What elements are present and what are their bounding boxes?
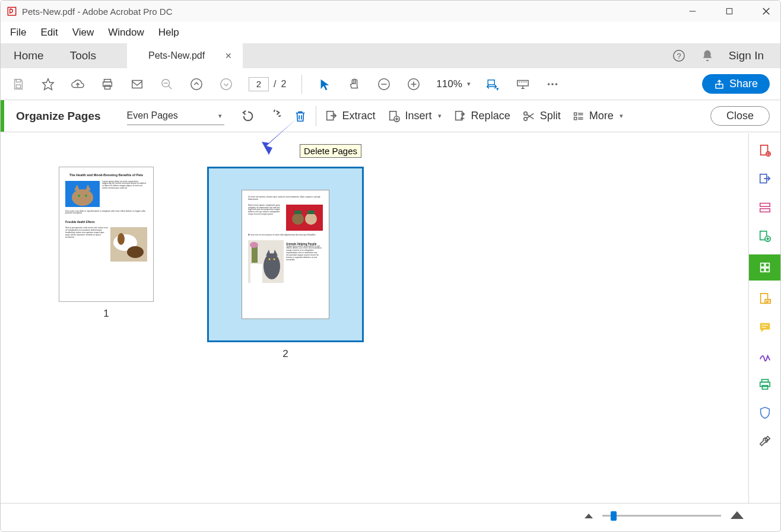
minimize-button[interactable] [684,3,701,20]
app-icon [7,6,17,17]
page-2-label: 2 [282,348,288,360]
svg-point-70 [269,258,271,260]
zoom-out-icon[interactable] [377,77,391,91]
hand-icon[interactable] [347,77,361,91]
zoom-slider[interactable] [602,515,721,517]
svg-rect-84 [765,263,769,267]
menu-window[interactable]: Window [108,27,144,39]
svg-rect-58 [286,205,323,231]
mail-icon[interactable] [130,77,144,91]
tools-wrench-icon[interactable] [755,431,775,451]
save-icon[interactable] [11,77,26,91]
replace-button[interactable]: Replace [453,110,510,123]
svg-marker-9 [43,78,53,89]
svg-point-53 [85,195,87,197]
sign-in-button[interactable]: Sign In [729,49,764,62]
help-icon[interactable]: ? [672,49,686,63]
menu-file[interactable]: File [10,27,26,39]
extract-label: Extract [342,110,376,122]
shield-icon[interactable] [755,403,775,423]
tab-home[interactable]: Home [1,43,57,68]
svg-rect-78 [760,209,770,212]
zoom-slider-handle[interactable] [611,511,617,521]
bell-icon[interactable] [700,49,715,63]
right-tool-rail [748,133,780,503]
zoom-dropdown[interactable]: 110% ▾ [436,78,470,90]
svg-point-59 [292,213,304,225]
svg-point-66 [250,242,258,248]
svg-point-31 [551,83,554,85]
split-button[interactable]: Split [522,110,561,123]
svg-rect-77 [760,203,770,207]
close-tab-icon[interactable]: ✕ [225,51,232,60]
tab-tools[interactable]: Tools [57,43,109,68]
tab-document[interactable]: Pets-New.pdf ✕ [127,43,243,68]
comment-bubble-icon[interactable] [755,317,775,337]
svg-point-32 [555,83,557,85]
svg-point-41 [523,117,527,120]
menu-edit[interactable]: Edit [40,27,58,39]
dog-image-icon [110,227,147,262]
organize-toolbar: Organize Pages Even Pages ▾ Extract Inse… [1,100,780,132]
gray-cat-image-icon [248,240,284,283]
edit-pdf-icon[interactable] [755,197,775,218]
page-up-icon[interactable] [189,77,204,91]
arrow-cursor-icon[interactable] [318,77,332,91]
organize-title: Organize Pages [16,110,101,123]
page-filter-dropdown[interactable]: Even Pages ▾ [127,107,224,125]
keyboard-icon[interactable] [516,77,530,91]
rotate-left-icon[interactable] [241,109,255,123]
bottom-zoom-bar [1,503,780,528]
close-organize-button[interactable]: Close [710,106,770,126]
zoom-out-find-icon[interactable] [160,77,174,91]
zoom-in-icon[interactable] [407,77,421,91]
star-icon[interactable] [41,77,55,91]
svg-point-17 [191,78,202,89]
pointer-arrow-annotation [256,113,303,157]
page-2-thumbnail[interactable]: Ut enim ad minima veniam quis nostrum ex… [242,190,329,319]
page-number-input[interactable] [249,77,269,91]
zoom-large-icon[interactable] [729,510,745,522]
comment-page-icon[interactable] [755,289,775,309]
close-window-button[interactable] [758,3,774,20]
extract-button[interactable]: Extract [325,110,376,123]
svg-rect-86 [765,268,769,272]
share-label: Share [729,78,758,90]
svg-rect-62 [307,211,315,214]
svg-rect-2 [726,8,732,14]
page-down-icon[interactable] [219,77,233,91]
share-button[interactable]: Share [702,74,770,94]
svg-rect-12 [104,85,110,88]
page-sep: / [274,79,276,90]
menu-help[interactable]: Help [158,27,179,39]
title-bar: Pets-New.pdf - Adobe Acrobat Pro DC [1,1,780,22]
svg-point-52 [78,195,80,197]
svg-point-40 [523,112,527,115]
svg-rect-13 [132,80,142,88]
zoom-small-icon[interactable] [583,511,594,521]
more-button[interactable]: More ▾ [573,110,623,122]
cat-image-icon [65,181,100,207]
page-number-group: / 2 [249,77,286,91]
fit-width-icon[interactable]: ▾ [486,77,500,91]
page-1-thumbnail[interactable]: The Health and Mood-Boosting Benefits of… [59,167,154,302]
print-green-icon[interactable] [755,374,775,394]
print-icon[interactable] [100,77,115,91]
svg-rect-42 [574,113,576,115]
toolbar-separator [301,75,302,94]
menu-bar: File Edit View Window Help [1,22,780,43]
replace-label: Replace [471,110,510,122]
organize-pages-icon[interactable] [749,254,781,281]
sign-icon[interactable] [755,346,775,366]
maximize-button[interactable] [721,3,738,20]
tabs-row: Home Tools Pets-New.pdf ✕ ? Sign In [1,43,780,68]
insert-button[interactable]: Insert ▾ [388,110,442,123]
combine-icon[interactable] [755,226,775,246]
svg-line-15 [169,85,172,89]
export-pdf-icon[interactable] [755,169,775,189]
cloud-upload-icon[interactable] [71,77,85,91]
more-h-icon[interactable] [545,77,560,91]
menu-view[interactable]: View [72,27,94,39]
create-pdf-icon[interactable] [755,141,775,161]
caret-down-icon: ▾ [218,112,222,120]
